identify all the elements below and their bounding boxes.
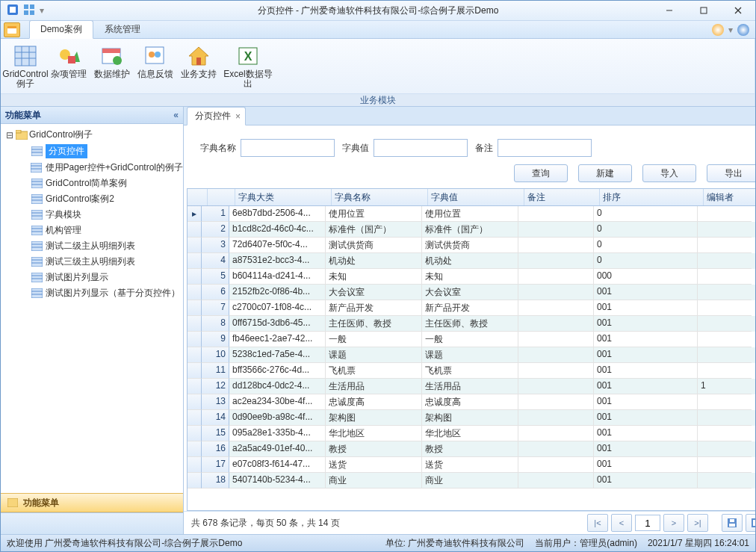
- tree-root[interactable]: ⊟ GridControl例子: [1, 127, 183, 143]
- ribbon-feedback[interactable]: 信息反馈: [134, 40, 177, 92]
- action-buttons: 查询 新建 导入 导出: [184, 164, 755, 188]
- col-remark[interactable]: 备注: [524, 189, 600, 205]
- status-user: 当前用户：管理员(admin): [535, 537, 637, 550]
- tree-item[interactable]: 测试图片列显示: [1, 270, 183, 285]
- pager: 共 678 条记录，每页 50 条，共 14 页 |< < > >|: [184, 511, 755, 534]
- sidebar: 功能菜单 « ⊟ GridControl例子 分页控件使用Pager控件+Gri…: [1, 107, 184, 534]
- table-row[interactable]: 140d90ee9b-a98c-4f...架构图架构图001: [188, 410, 755, 426]
- row-indicator: [188, 457, 202, 473]
- file-menu-button[interactable]: [4, 22, 20, 37]
- tree-item[interactable]: 测试二级主从明细列表: [1, 238, 183, 254]
- table-row[interactable]: 185407140b-5234-4...商业商业001: [188, 473, 755, 489]
- table-row[interactable]: 13ac2ea234-30be-4f...忠诚度高忠诚度高001: [188, 394, 755, 410]
- new-button[interactable]: 新建: [578, 164, 632, 182]
- table-row[interactable]: ▸16e8b7dbd-2506-4...使用位置使用位置0: [188, 206, 755, 222]
- cell-value: 架构图: [422, 410, 518, 426]
- last-page-button[interactable]: >|: [687, 514, 708, 532]
- table-row[interactable]: 5b604114a-d241-4...未知未知000: [188, 269, 755, 285]
- svg-rect-19: [68, 56, 75, 63]
- form-icon: [31, 210, 43, 220]
- col-sort[interactable]: 排序: [600, 189, 704, 205]
- table-row[interactable]: 372d6407e-5f0c-4...测试供货商测试供货商0: [188, 238, 755, 253]
- row-indicator: [188, 222, 202, 238]
- close-icon[interactable]: ×: [235, 111, 241, 122]
- table-row[interactable]: 17e07c08f3-f614-47...送货送货001: [188, 457, 755, 473]
- cell-rownum: 5: [202, 269, 229, 285]
- table-row[interactable]: 62152fb2c-0f86-4b...大会议室大会议室001: [188, 285, 755, 300]
- save-icon[interactable]: [722, 514, 743, 532]
- export-button[interactable]: 导出: [707, 164, 755, 182]
- cell-sort: 001: [594, 426, 698, 441]
- tree-item[interactable]: 使用Pager控件+GridControl的例子: [1, 160, 183, 176]
- input-remark[interactable]: [498, 139, 592, 157]
- tree-item[interactable]: GridControl简单案例: [1, 176, 183, 191]
- export-icon[interactable]: [746, 514, 755, 532]
- table-row[interactable]: 11bff3566c-276c-4d...飞机票飞机票001: [188, 363, 755, 379]
- nav-tree: ⊟ GridControl例子 分页控件使用Pager控件+GridContro…: [1, 124, 183, 493]
- table-row[interactable]: 105238c1ed-7a5e-4...课题课题001: [188, 347, 755, 363]
- tab-demo[interactable]: Demo案例: [29, 20, 93, 39]
- home-icon: [187, 44, 211, 68]
- col-value[interactable]: 字典值: [428, 189, 524, 205]
- cell-remark: [518, 269, 594, 285]
- row-indicator: [188, 269, 202, 285]
- table-row[interactable]: 80ff6715d-3db6-45...主任医师、教授主任医师、教授001: [188, 316, 755, 332]
- svg-point-25: [155, 52, 161, 58]
- accordion-item[interactable]: 功能菜单: [1, 493, 183, 512]
- svg-point-24: [149, 52, 155, 58]
- table-row[interactable]: 7c2700c07-1f08-4c...新产品开发新产品开发001: [188, 300, 755, 316]
- tree-item[interactable]: 测试三级主从明细列表: [1, 254, 183, 270]
- tree-item[interactable]: GridControl案例2: [1, 191, 183, 207]
- table-row[interactable]: 9fb46eec1-2ae7-42...一般一般001: [188, 332, 755, 347]
- query-button[interactable]: 查询: [514, 164, 568, 182]
- table-row[interactable]: 4a87531e2-bcc3-4...机动处机动处0: [188, 253, 755, 269]
- table-row[interactable]: 12dd128bc4-0dc2-4...生活用品生活用品0011: [188, 379, 755, 394]
- ribbon-support[interactable]: 业务支持: [177, 40, 220, 92]
- status-time: 2021/1/7 星期四 16:24:01: [648, 537, 749, 550]
- tree-item-label: GridControl简单案例: [46, 177, 127, 190]
- svg-rect-21: [102, 49, 120, 53]
- cell-category: 5407140b-5234-4...: [229, 473, 326, 489]
- skin-icon[interactable]: [712, 24, 724, 36]
- col-category[interactable]: 字典大类: [235, 189, 332, 205]
- expand-icon[interactable]: ⊟: [5, 130, 14, 140]
- tree-item[interactable]: 测试图片列显示（基于分页控件）: [1, 285, 183, 301]
- page-input[interactable]: [635, 515, 660, 531]
- cell-sort: 001: [594, 457, 698, 473]
- tab-system[interactable]: 系统管理: [93, 20, 152, 38]
- next-page-button[interactable]: >: [663, 514, 684, 532]
- cell-value: 标准件（国产）: [422, 222, 518, 238]
- row-indicator: ▸: [188, 206, 202, 222]
- table-row[interactable]: 15095a28e1-335b-4...华北地区华北地区001: [188, 426, 755, 441]
- grid-body[interactable]: ▸16e8b7dbd-2506-4...使用位置使用位置02b1cd8c2d-4…: [188, 206, 755, 510]
- dropdown-icon[interactable]: ▾: [728, 25, 733, 35]
- prev-page-button[interactable]: <: [611, 514, 632, 532]
- help-icon[interactable]: [737, 24, 749, 36]
- tree-item[interactable]: 字典模块: [1, 207, 183, 223]
- svg-rect-50: [31, 241, 43, 251]
- col-name[interactable]: 字典名称: [332, 189, 428, 205]
- ribbon-gridcontrol[interactable]: GridControl例子: [4, 40, 47, 92]
- first-page-button[interactable]: |<: [587, 514, 608, 532]
- tree-item[interactable]: 分页控件: [1, 143, 183, 160]
- doc-tab[interactable]: 分页控件 ×: [187, 107, 246, 125]
- input-dictname[interactable]: [241, 139, 335, 157]
- cell-editor: [698, 316, 752, 332]
- label-dictvalue: 字典值: [342, 142, 369, 155]
- cell-name: 使用位置: [326, 206, 422, 222]
- col-editor[interactable]: 编辑者: [704, 189, 755, 205]
- shapes-icon: [57, 44, 81, 68]
- ribbon-misc[interactable]: 杂项管理: [47, 40, 90, 92]
- svg-rect-38: [31, 179, 43, 188]
- ribbon-excel[interactable]: X Excel数据导出: [220, 40, 276, 92]
- cell-remark: [518, 363, 594, 379]
- collapse-icon[interactable]: «: [173, 110, 179, 120]
- row-indicator: [188, 347, 202, 363]
- ribbon-data[interactable]: 数据维护: [90, 40, 134, 92]
- input-dictvalue[interactable]: [374, 139, 468, 157]
- import-button[interactable]: 导入: [642, 164, 696, 182]
- table-row[interactable]: 2b1cd8c2d-46c0-4c...标准件（国产）标准件（国产）0: [188, 222, 755, 238]
- cell-remark: [518, 222, 594, 238]
- tree-item[interactable]: 机构管理: [1, 223, 183, 238]
- table-row[interactable]: 16a2a5ac49-01ef-40...教授教授001: [188, 441, 755, 457]
